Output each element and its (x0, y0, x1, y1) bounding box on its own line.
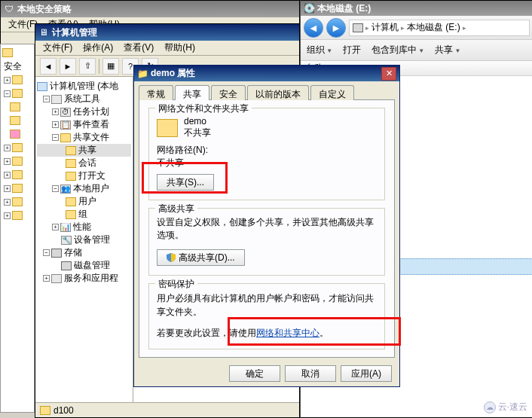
share-icon (66, 146, 76, 155)
tab-previous[interactable]: 以前的版本 (247, 85, 309, 100)
tree-diskmgr[interactable]: 磁盘管理 (74, 259, 110, 272)
group-network-sharing: 网络文件和文件夹共享 demo 不共享 网络路径(N): 不共享 共享(S)..… (148, 108, 385, 200)
cm-footer: d100 (35, 402, 299, 417)
secpol-root[interactable]: 安全 (4, 60, 22, 73)
tree-user[interactable]: 用户 (78, 195, 96, 208)
diskmgr-icon (61, 261, 72, 270)
cm-menu-action[interactable]: 操作(A) (78, 40, 118, 56)
tree-task[interactable]: 任务计划 (73, 105, 109, 118)
tree-open[interactable]: 打开文 (78, 169, 105, 182)
tools-icon (51, 95, 62, 104)
tb-back-icon[interactable]: ◄ (40, 58, 57, 75)
tree-systools[interactable]: 系统工具 (64, 93, 100, 105)
storage-icon (51, 249, 62, 258)
user-icon (66, 197, 76, 206)
share-button[interactable]: 共享(S)... (157, 174, 214, 191)
group-advanced-sharing: 高级共享 设置自定义权限，创建多个共享，并设置其他高级共享选项。 高级共享(D)… (148, 208, 385, 276)
exp-navbar: ◄ ► ▸ 计算机 ▸ 本地磁盘 (E:) ▸ (301, 16, 532, 40)
share-name: demo (184, 116, 211, 127)
g3-line2a: 若要更改此设置，请使用 (157, 328, 256, 338)
cmd-share[interactable]: 共享 (435, 44, 460, 56)
share-status: 不共享 (184, 127, 211, 139)
share-folder-icon (157, 119, 178, 137)
tree-shared[interactable]: 共享文件 (73, 131, 109, 144)
cancel-button[interactable]: 取消 (285, 365, 336, 382)
g1-title: 网络文件和文件夹共享 (155, 102, 252, 115)
tab-strip: 常规 共享 安全 以前的版本 自定义 (134, 81, 399, 99)
folder-icon: 📁 (137, 69, 148, 79)
secpol-titlebar: 🛡 本地安全策略 (1, 1, 299, 17)
tree-event[interactable]: 事件查看 (73, 118, 109, 131)
exp-titlebar[interactable]: 💽 本地磁盘 (E:) (301, 1, 532, 16)
watermark-icon: ☁ (484, 401, 496, 413)
devmgr-icon: 🔧 (61, 236, 72, 245)
nav-back-button[interactable]: ◄ (304, 18, 323, 38)
shared-icon (60, 133, 71, 142)
network-center-link[interactable]: 网络和共享中心 (256, 328, 320, 338)
dlg-titlebar[interactable]: 📁 demo 属性 ✕ (134, 66, 399, 81)
tree-share[interactable]: 共享 (78, 144, 96, 157)
dialog-buttons: 确定 取消 应用(A) (134, 361, 399, 386)
cm-menu-help[interactable]: 帮助(H) (160, 40, 200, 56)
advanced-share-button[interactable]: 高级共享(D)... (157, 249, 245, 266)
secpol-icon: 🛡 (4, 4, 14, 14)
tb-fwd-icon[interactable]: ► (60, 58, 76, 75)
openfiles-icon (66, 172, 76, 181)
netpath-value: 不共享 (157, 157, 377, 169)
nav-fwd-button[interactable]: ► (326, 18, 346, 38)
services-icon (51, 274, 62, 283)
computer-icon (37, 82, 47, 91)
advanced-share-label: 高级共享(D)... (179, 252, 235, 264)
bc-computer[interactable]: 计算机 (371, 21, 399, 34)
footer-folder-icon (40, 406, 50, 415)
secpol-title: 本地安全策略 (17, 3, 296, 16)
group-icon (66, 210, 76, 219)
tree-local[interactable]: 本地用户 (73, 182, 109, 195)
tab-security[interactable]: 安全 (211, 85, 246, 100)
tab-body: 网络文件和文件夹共享 demo 不共享 网络路径(N): 不共享 共享(S)..… (139, 99, 395, 358)
dlg-title: demo 属性 (151, 67, 381, 80)
users-icon: 👥 (60, 185, 71, 194)
cm-titlebar[interactable]: 🖥 计算机管理 (35, 24, 299, 41)
cmd-open[interactable]: 打开 (343, 44, 361, 56)
tree-session[interactable]: 会话 (78, 157, 96, 169)
event-icon: 📋 (60, 121, 71, 130)
tab-custom[interactable]: 自定义 (310, 85, 354, 100)
cm-icon: 🖥 (38, 27, 49, 38)
apply-button[interactable]: 应用(A) (341, 365, 392, 382)
tree-perf[interactable]: 性能 (73, 221, 91, 233)
g2-title: 高级共享 (155, 203, 197, 215)
tree-root[interactable]: 计算机管理 (本地 (50, 80, 118, 93)
ok-button[interactable]: 确定 (229, 365, 280, 382)
cm-menubar: 文件(F) 操作(A) 查看(V) 帮助(H) (35, 41, 299, 56)
group-password: 密码保护 用户必须具有此计算机的用户帐户和密码，才能访问共享文件夹。 若要更改此… (148, 283, 385, 349)
perf-icon: 📊 (60, 223, 71, 232)
session-icon (66, 159, 76, 168)
bc-drive[interactable]: 本地磁盘 (E:) (407, 21, 460, 34)
addr-drive-icon (353, 23, 363, 32)
tree-storage[interactable]: 存储 (64, 246, 82, 259)
tb-props-icon[interactable]: ▦ (102, 58, 119, 75)
cm-menu-file[interactable]: 文件(F) (38, 40, 77, 56)
cm-title: 计算机管理 (52, 26, 296, 39)
drive-icon: 💽 (304, 3, 314, 14)
tab-sharing[interactable]: 共享 (175, 85, 209, 100)
cm-menu-view[interactable]: 查看(V) (119, 40, 158, 56)
tree-group[interactable]: 组 (78, 208, 87, 221)
cmd-organize[interactable]: 组织 (307, 44, 332, 56)
netpath-label: 网络路径(N): (157, 144, 377, 157)
tree-services[interactable]: 服务和应用程 (64, 272, 118, 285)
tree-devmgr[interactable]: 设备管理 (74, 233, 110, 246)
secpol-tree[interactable]: 安全 + − + + + + + + (0, 44, 35, 413)
address-bar[interactable]: ▸ 计算机 ▸ 本地磁盘 (E:) ▸ (349, 20, 530, 36)
exp-title: 本地磁盘 (E:) (317, 2, 530, 15)
close-button[interactable]: ✕ (381, 67, 396, 81)
tb-up-icon[interactable]: ⇧ (79, 58, 96, 75)
task-icon: ⏱ (60, 108, 71, 117)
cmd-library[interactable]: 包含到库中 (371, 44, 424, 56)
tab-general[interactable]: 常规 (139, 85, 173, 100)
footer-text: d100 (54, 405, 74, 416)
cm-tree[interactable]: 计算机管理 (本地 −系统工具 +⏱任务计划 +📋事件查看 −共享文件 共享 会… (35, 77, 133, 402)
shield-icon (167, 253, 176, 262)
g3-line1: 用户必须具有此计算机的用户帐户和密码，才能访问共享文件夹。 (157, 291, 377, 319)
